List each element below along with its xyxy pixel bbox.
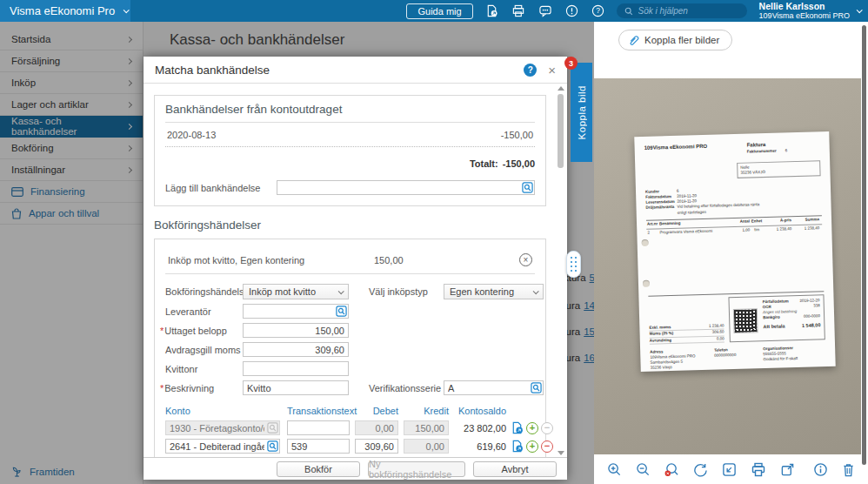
dialog-close-icon[interactable]: × bbox=[548, 64, 556, 77]
bokfor-button[interactable]: Bokför bbox=[277, 461, 360, 477]
reset-view-icon[interactable] bbox=[722, 462, 737, 477]
col-kontosaldo: Kontosaldo bbox=[454, 406, 506, 416]
chevron-down-icon bbox=[533, 288, 539, 294]
purchase-type-select[interactable]: Egen kontering bbox=[444, 284, 544, 299]
dialog-title: Matcha bankhändelse bbox=[155, 64, 270, 77]
voucher-table: Konto Transaktionstext Debet Kredit Kont… bbox=[165, 406, 535, 457]
attach-image-tab[interactable]: Koppla bild bbox=[571, 63, 592, 162]
scroll-up-icon[interactable] bbox=[558, 86, 564, 91]
document-lookup-icon[interactable] bbox=[485, 4, 498, 17]
print-icon[interactable] bbox=[511, 4, 525, 17]
booking-type-select[interactable]: Inköp mot kvitto bbox=[243, 284, 349, 299]
invoice-totals: Exkl. moms1 238,40 Moms (25 %)309,60 Avr… bbox=[649, 324, 724, 345]
account-balance: 23 802,00 bbox=[454, 423, 506, 434]
alert-icon[interactable] bbox=[565, 4, 578, 17]
supplier-input[interactable] bbox=[243, 304, 349, 319]
series-label: Verifikationsserie bbox=[369, 383, 444, 393]
image-panel: Koppla fler bilder 109Visma eEkonomi PRO… bbox=[594, 22, 868, 484]
delete-icon[interactable] bbox=[842, 462, 855, 477]
description-input[interactable] bbox=[243, 380, 349, 395]
lookup-icon[interactable] bbox=[267, 440, 278, 452]
amount-label: Uttaget belopp bbox=[164, 326, 227, 336]
app-title: Visma eEkonomi Pro bbox=[10, 4, 115, 17]
panel-drag-handle[interactable] bbox=[566, 251, 581, 278]
app-menu-button[interactable]: Visma eEkonomi Pro bbox=[0, 0, 130, 22]
grip-dots-icon bbox=[571, 257, 578, 272]
table-row: 23 802,00 + − bbox=[165, 420, 535, 435]
invoice-document: 109Visma eEkonomi PRO Faktura Fakturanum… bbox=[634, 131, 835, 372]
zoom-reset-icon[interactable] bbox=[664, 462, 679, 477]
type-label: Bokföringshändelse bbox=[165, 286, 243, 297]
lookup-icon[interactable] bbox=[336, 306, 347, 317]
debit-input bbox=[355, 420, 398, 435]
supplier-label: Leverantör bbox=[165, 306, 243, 317]
col-kredit: Kredit bbox=[404, 406, 449, 416]
user-company: 109Visma eEkonomi PRO bbox=[759, 11, 850, 20]
account-input[interactable] bbox=[165, 439, 280, 454]
zoom-out-icon[interactable] bbox=[636, 462, 651, 477]
cancel-button[interactable]: Avbryt bbox=[473, 461, 557, 477]
help-icon[interactable]: ? bbox=[591, 4, 604, 17]
remove-row-icon[interactable]: − bbox=[541, 440, 553, 453]
receipt-no-label: Kvittonr bbox=[165, 364, 243, 374]
image-toolbar bbox=[594, 454, 868, 484]
debit-input[interactable] bbox=[355, 439, 398, 454]
image-panel-header: Koppla fler bilder bbox=[594, 22, 868, 78]
dialog-header: Matcha bankhändelse ? × bbox=[144, 57, 567, 84]
panel-scrollbar[interactable] bbox=[862, 25, 866, 465]
lookup-icon[interactable] bbox=[531, 382, 542, 393]
booking-entry-amount: 150,00 bbox=[374, 255, 519, 266]
invoice-line-items: Art.nr Benämning Antal Enhet À-pris Summ… bbox=[646, 215, 824, 297]
open-external-icon[interactable] bbox=[780, 462, 795, 477]
series-input[interactable] bbox=[444, 380, 544, 395]
account-analysis-icon[interactable] bbox=[511, 421, 524, 434]
invoice-payment-box: Förfallodatum2019-12-20 OCR338 Anges vid… bbox=[728, 294, 825, 342]
dialog-help-icon[interactable]: ? bbox=[524, 64, 537, 77]
bank-event-row[interactable]: 2020-08-13 -150,00 bbox=[165, 123, 535, 147]
user-menu[interactable]: Nellie Karlsson 109Visma eEkonomi PRO bbox=[759, 1, 861, 20]
transaction-text-input[interactable] bbox=[287, 420, 350, 435]
add-row-icon[interactable]: + bbox=[526, 422, 538, 434]
scroll-down-icon[interactable] bbox=[558, 451, 564, 455]
paperclip-icon bbox=[628, 35, 639, 46]
transaction-text-input[interactable] bbox=[287, 439, 350, 454]
scrollbar-thumb[interactable] bbox=[558, 94, 564, 168]
credit-input bbox=[404, 420, 449, 435]
bank-events-heading: Bankhändelser från kontoutdraget bbox=[165, 103, 535, 123]
remove-entry-icon[interactable]: × bbox=[519, 253, 532, 266]
invoice-company: 109Visma eEkonomi PRO bbox=[644, 143, 708, 158]
dialog-scrollbar[interactable] bbox=[557, 86, 564, 455]
help-search-input[interactable] bbox=[638, 6, 739, 16]
print-image-icon[interactable] bbox=[751, 462, 766, 477]
required-marker: * bbox=[160, 326, 164, 336]
booking-entry-card: Inköp mot kvitto, Egen kontering 150,00 … bbox=[154, 239, 546, 457]
withdrawn-amount-input[interactable] bbox=[243, 323, 349, 338]
add-row-icon[interactable]: + bbox=[526, 440, 538, 453]
info-icon[interactable] bbox=[813, 462, 828, 477]
guide-me-button[interactable]: Guida mig bbox=[406, 3, 472, 19]
lookup-icon[interactable] bbox=[522, 182, 533, 193]
dialog-body: Bankhändelser från kontoutdraget 2020-08… bbox=[144, 84, 567, 457]
deductible-vat-input[interactable] bbox=[243, 342, 349, 357]
description-label: Beskrivning bbox=[164, 383, 214, 393]
help-search bbox=[617, 3, 747, 18]
receipt-no-input[interactable] bbox=[243, 361, 349, 376]
bank-events-section: Bankhändelser från kontoutdraget 2020-08… bbox=[154, 95, 546, 206]
rotate-icon[interactable] bbox=[693, 462, 708, 477]
zoom-in-icon[interactable] bbox=[607, 462, 622, 477]
booking-entry-title: Inköp mot kvitto, Egen kontering bbox=[168, 255, 374, 266]
table-row: 619,60 + − bbox=[165, 439, 535, 454]
account-analysis-icon[interactable] bbox=[511, 440, 524, 453]
remove-row-icon: − bbox=[541, 422, 553, 434]
attach-more-images-button[interactable]: Koppla fler bilder bbox=[618, 30, 732, 50]
chat-icon[interactable] bbox=[538, 4, 552, 17]
invoice-recipient: Nelle 35236 VÄXJÖ bbox=[737, 160, 820, 178]
col-konto: Konto bbox=[165, 406, 280, 416]
col-debet: Debet bbox=[355, 406, 398, 416]
chevron-down-icon bbox=[857, 7, 863, 13]
svg-text:?: ? bbox=[596, 6, 600, 15]
add-bank-event-input[interactable] bbox=[277, 180, 535, 195]
lookup-icon bbox=[267, 422, 278, 434]
document-photo[interactable]: 109Visma eEkonomi PRO Faktura Fakturanum… bbox=[594, 78, 861, 454]
chevron-down-icon bbox=[338, 288, 344, 294]
